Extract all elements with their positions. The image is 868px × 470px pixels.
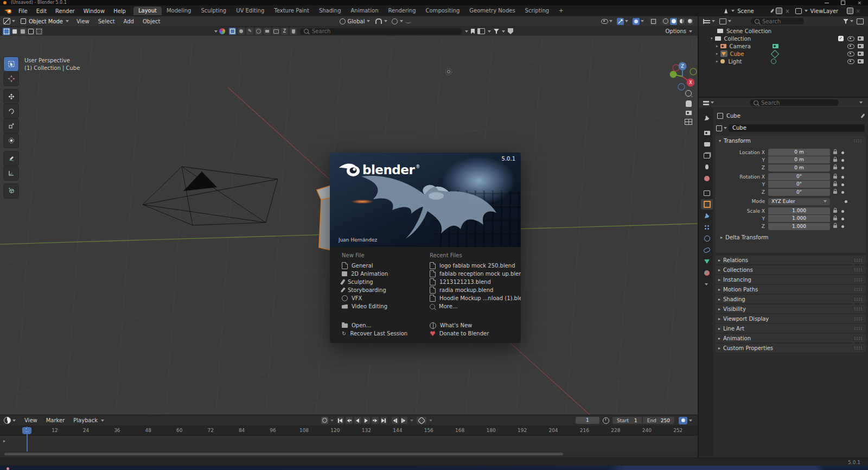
collapsed-panel-header[interactable]: ▸ Collections xyxy=(715,265,866,274)
timeline-ruler[interactable]: 1224364860728496108120132144156168180192… xyxy=(0,426,698,435)
collapse-chevron[interactable] xyxy=(465,30,468,33)
transform-panel-header[interactable]: ▾ Transform xyxy=(715,136,866,145)
select-extend-button[interactable] xyxy=(11,28,18,35)
new-file-vfx[interactable]: VFX xyxy=(342,294,423,302)
menu-item[interactable]: File xyxy=(14,8,32,14)
overlays-dropdown[interactable] xyxy=(633,18,644,25)
shading-material-button[interactable] xyxy=(678,18,685,25)
outliner-filter-display[interactable] xyxy=(719,18,731,24)
display-mode-chevron[interactable] xyxy=(488,30,491,33)
stopwatch-icon[interactable] xyxy=(603,417,609,424)
jump-to-start-button[interactable] xyxy=(337,417,344,424)
delta-transform-header[interactable]: ▸ Delta Transform xyxy=(720,234,769,240)
lock-icon[interactable] xyxy=(833,159,837,162)
tool-toggle-8[interactable] xyxy=(290,28,297,35)
hide-viewport-toggle[interactable] xyxy=(847,59,854,64)
hide-viewport-toggle[interactable] xyxy=(847,36,854,41)
measure-tool[interactable] xyxy=(4,166,18,180)
tab-particles[interactable] xyxy=(701,222,713,232)
tab-collection[interactable] xyxy=(701,188,713,198)
sync-chevron[interactable] xyxy=(689,420,692,422)
tab-strip-chevron[interactable] xyxy=(705,283,708,285)
new-file-sculpting[interactable]: Sculpting xyxy=(342,278,423,286)
collapsed-panel-header[interactable]: ▸ Viewport Display xyxy=(715,314,866,323)
maximize-button[interactable] xyxy=(841,1,845,5)
minimize-button[interactable] xyxy=(825,3,829,3)
collapsed-panel-header[interactable]: ▸ Instancing xyxy=(715,275,866,284)
recent-file-item[interactable]: Hoodie Mockup ...nload (1).blend xyxy=(430,294,516,302)
xray-toggle[interactable] xyxy=(650,18,657,25)
tab-view-layer[interactable] xyxy=(701,150,713,161)
scale-z-field[interactable]: 1.000 xyxy=(768,223,830,230)
collapsed-panel-header[interactable]: ▸ Line Art xyxy=(715,324,866,333)
rotation-mode-dropdown[interactable]: XYZ Euler xyxy=(768,198,830,205)
breadcrumb-label[interactable]: Cube xyxy=(726,113,741,119)
outliner-filter-chevron[interactable] xyxy=(850,20,853,22)
tool-toggle-3[interactable]: ✎ xyxy=(246,28,253,35)
pan-hand-icon[interactable] xyxy=(686,100,692,107)
workspace-tab[interactable]: UV Editing xyxy=(231,7,269,15)
tab-render[interactable] xyxy=(701,128,713,138)
timeline-menu-item[interactable]: Playback xyxy=(69,417,102,423)
timeline-menu-item[interactable]: Marker xyxy=(42,417,69,423)
shading-rendered-button[interactable] xyxy=(686,18,693,25)
rotate-tool[interactable] xyxy=(4,104,18,118)
panel-grip[interactable] xyxy=(854,288,863,291)
location-z-field[interactable]: 0 m xyxy=(768,164,830,172)
lock-icon[interactable] xyxy=(833,225,837,228)
tab-constraints[interactable] xyxy=(701,245,713,255)
display-mode-icon[interactable] xyxy=(477,28,485,34)
new-file-2d-animation[interactable]: 2D Animation xyxy=(342,270,423,278)
select-subtract-button[interactable] xyxy=(19,28,27,35)
scene-name[interactable]: Scene xyxy=(737,8,769,14)
recent-file-item[interactable]: radia mockup.blend xyxy=(430,286,516,294)
outliner-display-mode[interactable] xyxy=(703,19,715,24)
tool-search-field[interactable]: Search xyxy=(300,28,462,35)
lock-icon[interactable] xyxy=(833,167,837,169)
panel-grip[interactable] xyxy=(854,307,863,311)
auto-key-button[interactable] xyxy=(321,417,328,424)
outliner-row-cube[interactable]: ▸ Cube xyxy=(699,50,868,58)
collapsed-panel-header[interactable]: ▸ Shading xyxy=(715,295,866,303)
select-invert-button[interactable] xyxy=(27,28,35,35)
end-frame-field[interactable]: End 250 xyxy=(643,417,674,424)
ortho-grid-icon[interactable] xyxy=(685,119,692,125)
menu-item[interactable]: Help xyxy=(109,8,130,14)
tab-tool[interactable] xyxy=(701,113,713,123)
rotation-y-field[interactable]: 0° xyxy=(768,181,830,188)
menu-item[interactable]: Window xyxy=(79,8,109,14)
tab-modifiers[interactable] xyxy=(701,211,713,221)
tab-world[interactable] xyxy=(701,173,713,183)
frame-back-button[interactable] xyxy=(392,417,399,424)
delete-viewlayer-icon[interactable]: × xyxy=(856,8,860,14)
animate-dot[interactable] xyxy=(841,210,844,213)
scale-x-field[interactable]: 1.000 xyxy=(768,207,830,214)
animate-dot[interactable] xyxy=(841,191,844,194)
current-frame-field[interactable]: 1 xyxy=(576,417,599,424)
next-keyframe-button[interactable] xyxy=(372,417,379,424)
outliner-row-camera[interactable]: ▸ Camera xyxy=(699,42,868,50)
viewport-menu-item[interactable]: Select xyxy=(94,18,119,24)
animate-dot[interactable] xyxy=(841,218,844,220)
timeline-scrollbar[interactable] xyxy=(4,453,563,455)
recover-last-session-link[interactable]: ↻Recover Last Session xyxy=(342,329,423,338)
copy-scene-icon[interactable] xyxy=(776,8,782,14)
pin-icon[interactable] xyxy=(770,9,774,13)
add-cube-tool[interactable] xyxy=(4,184,18,198)
camera-view-icon[interactable] xyxy=(686,111,692,115)
scale-y-field[interactable]: 1.000 xyxy=(768,215,830,222)
filter-chevron[interactable] xyxy=(502,30,505,33)
collapsed-panel-header[interactable]: ▸ Visibility xyxy=(715,304,866,313)
disable-render-toggle[interactable] xyxy=(858,59,864,63)
collection-checkbox[interactable] xyxy=(838,36,844,41)
panel-grip[interactable] xyxy=(854,327,863,331)
collapsed-panel-header[interactable]: ▸ Custom Properties xyxy=(715,344,866,352)
new-file-video-editing[interactable]: Video Editing xyxy=(342,302,423,310)
tab-object[interactable] xyxy=(701,199,713,209)
recent-file-item[interactable]: fablab reception mock up.blend xyxy=(430,270,516,278)
recent-file-item[interactable]: logo fablab mock 250.blend xyxy=(430,262,516,270)
tool-toggle-6[interactable] xyxy=(272,28,279,35)
tool-toggle-4[interactable] xyxy=(255,28,262,35)
collapsed-panel-header[interactable]: ▸ Relations xyxy=(715,256,866,264)
viewport-menu-item[interactable]: View xyxy=(72,18,94,24)
